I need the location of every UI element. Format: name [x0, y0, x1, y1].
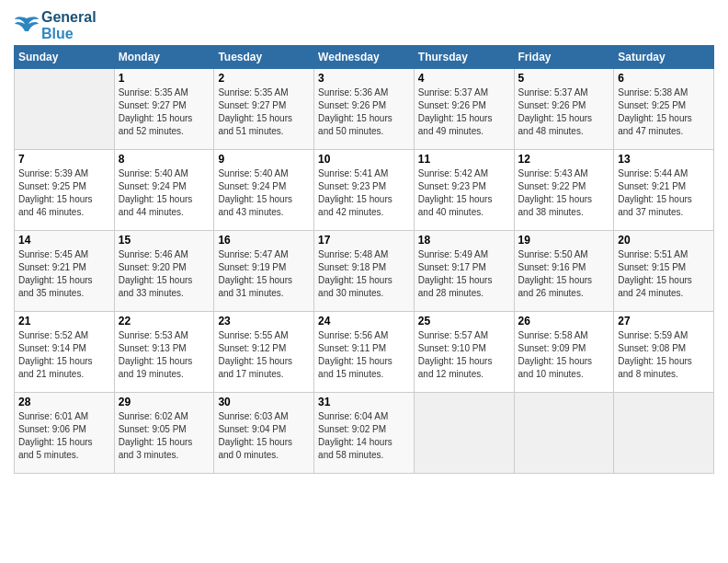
calendar-day-cell: 22Sunrise: 5:53 AM Sunset: 9:13 PM Dayli…: [114, 312, 214, 393]
day-info: Sunrise: 5:43 AM Sunset: 9:22 PM Dayligh…: [518, 167, 610, 219]
day-number: 5: [518, 72, 610, 85]
day-info: Sunrise: 5:39 AM Sunset: 9:25 PM Dayligh…: [18, 167, 110, 219]
day-info: Sunrise: 5:40 AM Sunset: 9:24 PM Dayligh…: [218, 167, 310, 219]
calendar-day-cell: 14Sunrise: 5:45 AM Sunset: 9:21 PM Dayli…: [15, 231, 115, 312]
day-info: Sunrise: 5:37 AM Sunset: 9:26 PM Dayligh…: [518, 86, 610, 138]
day-info: Sunrise: 5:42 AM Sunset: 9:23 PM Dayligh…: [418, 167, 510, 219]
calendar-day-cell: 6Sunrise: 5:38 AM Sunset: 9:25 PM Daylig…: [614, 69, 714, 150]
calendar-day-cell: 18Sunrise: 5:49 AM Sunset: 9:17 PM Dayli…: [414, 231, 514, 312]
day-info: Sunrise: 5:41 AM Sunset: 9:23 PM Dayligh…: [318, 167, 410, 219]
day-number: 4: [418, 72, 510, 85]
calendar-day-cell: 21Sunrise: 5:52 AM Sunset: 9:14 PM Dayli…: [15, 312, 115, 393]
day-info: Sunrise: 5:35 AM Sunset: 9:27 PM Dayligh…: [218, 86, 310, 138]
day-info: Sunrise: 5:40 AM Sunset: 9:24 PM Dayligh…: [119, 167, 210, 219]
calendar-day-cell: 23Sunrise: 5:55 AM Sunset: 9:12 PM Dayli…: [214, 312, 314, 393]
day-info: Sunrise: 5:57 AM Sunset: 9:10 PM Dayligh…: [418, 329, 510, 381]
day-info: Sunrise: 6:01 AM Sunset: 9:06 PM Dayligh…: [18, 410, 110, 462]
day-number: 6: [618, 72, 710, 85]
empty-cell: [614, 393, 714, 474]
day-info: Sunrise: 5:58 AM Sunset: 9:09 PM Dayligh…: [518, 329, 610, 381]
day-number: 14: [18, 234, 110, 247]
day-number: 12: [518, 153, 610, 166]
day-info: Sunrise: 5:47 AM Sunset: 9:19 PM Dayligh…: [218, 248, 310, 300]
day-info: Sunrise: 5:46 AM Sunset: 9:20 PM Dayligh…: [119, 248, 210, 300]
day-number: 29: [119, 396, 210, 408]
day-info: Sunrise: 5:51 AM Sunset: 9:15 PM Dayligh…: [618, 248, 710, 300]
day-number: 15: [119, 234, 210, 247]
calendar-day-cell: 12Sunrise: 5:43 AM Sunset: 9:22 PM Dayli…: [514, 150, 614, 231]
calendar-day-cell: 27Sunrise: 5:59 AM Sunset: 9:08 PM Dayli…: [614, 312, 714, 393]
day-number: 21: [18, 315, 110, 327]
day-info: Sunrise: 5:59 AM Sunset: 9:08 PM Dayligh…: [618, 329, 710, 381]
day-number: 22: [119, 315, 210, 327]
calendar-day-cell: 29Sunrise: 6:02 AM Sunset: 9:05 PM Dayli…: [114, 393, 214, 474]
day-number: 7: [18, 153, 110, 166]
day-number: 23: [218, 315, 310, 327]
calendar-day-cell: 24Sunrise: 5:56 AM Sunset: 9:11 PM Dayli…: [314, 312, 415, 393]
day-number: 20: [618, 234, 710, 247]
weekday-header: Friday: [514, 46, 614, 69]
day-info: Sunrise: 5:56 AM Sunset: 9:11 PM Dayligh…: [318, 329, 410, 381]
day-info: Sunrise: 6:03 AM Sunset: 9:04 PM Dayligh…: [218, 410, 310, 462]
logo-text: General Blue: [41, 9, 97, 41]
weekday-header: Tuesday: [214, 46, 314, 69]
day-info: Sunrise: 5:48 AM Sunset: 9:18 PM Dayligh…: [318, 248, 410, 300]
calendar-day-cell: 25Sunrise: 5:57 AM Sunset: 9:10 PM Dayli…: [414, 312, 514, 393]
calendar-day-cell: 4Sunrise: 5:37 AM Sunset: 9:26 PM Daylig…: [414, 69, 514, 150]
day-number: 13: [618, 153, 710, 166]
empty-cell: [15, 69, 115, 150]
day-number: 18: [418, 234, 510, 247]
day-number: 25: [418, 315, 510, 327]
weekday-header: Monday: [114, 46, 214, 69]
calendar-day-cell: 30Sunrise: 6:03 AM Sunset: 9:04 PM Dayli…: [214, 393, 314, 474]
empty-cell: [414, 393, 514, 474]
day-info: Sunrise: 5:37 AM Sunset: 9:26 PM Dayligh…: [418, 86, 510, 138]
calendar-day-cell: 1Sunrise: 5:35 AM Sunset: 9:27 PM Daylig…: [114, 69, 214, 150]
day-number: 31: [318, 396, 410, 408]
day-info: Sunrise: 5:38 AM Sunset: 9:25 PM Dayligh…: [618, 86, 710, 138]
calendar-day-cell: 26Sunrise: 5:58 AM Sunset: 9:09 PM Dayli…: [514, 312, 614, 393]
calendar-day-cell: 11Sunrise: 5:42 AM Sunset: 9:23 PM Dayli…: [414, 150, 514, 231]
day-info: Sunrise: 5:53 AM Sunset: 9:13 PM Dayligh…: [119, 329, 210, 381]
logo: General Blue: [14, 9, 97, 41]
day-number: 17: [318, 234, 410, 247]
day-number: 3: [318, 72, 410, 85]
calendar-day-cell: 7Sunrise: 5:39 AM Sunset: 9:25 PM Daylig…: [15, 150, 115, 231]
calendar-day-cell: 9Sunrise: 5:40 AM Sunset: 9:24 PM Daylig…: [214, 150, 314, 231]
calendar-day-cell: 3Sunrise: 5:36 AM Sunset: 9:26 PM Daylig…: [314, 69, 415, 150]
weekday-header: Saturday: [614, 46, 714, 69]
day-number: 10: [318, 153, 410, 166]
day-info: Sunrise: 5:49 AM Sunset: 9:17 PM Dayligh…: [418, 248, 510, 300]
day-number: 19: [518, 234, 610, 247]
calendar-day-cell: 28Sunrise: 6:01 AM Sunset: 9:06 PM Dayli…: [15, 393, 115, 474]
day-number: 24: [318, 315, 410, 327]
calendar-day-cell: 2Sunrise: 5:35 AM Sunset: 9:27 PM Daylig…: [214, 69, 314, 150]
weekday-header: Thursday: [414, 46, 514, 69]
calendar-day-cell: 13Sunrise: 5:44 AM Sunset: 9:21 PM Dayli…: [614, 150, 714, 231]
day-info: Sunrise: 5:44 AM Sunset: 9:21 PM Dayligh…: [618, 167, 710, 219]
day-number: 9: [218, 153, 310, 166]
calendar-day-cell: 19Sunrise: 5:50 AM Sunset: 9:16 PM Dayli…: [514, 231, 614, 312]
empty-cell: [514, 393, 614, 474]
day-info: Sunrise: 6:04 AM Sunset: 9:02 PM Dayligh…: [318, 410, 410, 462]
day-number: 26: [518, 315, 610, 327]
calendar-day-cell: 10Sunrise: 5:41 AM Sunset: 9:23 PM Dayli…: [314, 150, 415, 231]
calendar-day-cell: 15Sunrise: 5:46 AM Sunset: 9:20 PM Dayli…: [114, 231, 214, 312]
calendar-day-cell: 16Sunrise: 5:47 AM Sunset: 9:19 PM Dayli…: [214, 231, 314, 312]
day-number: 1: [119, 72, 210, 85]
calendar-day-cell: 31Sunrise: 6:04 AM Sunset: 9:02 PM Dayli…: [314, 393, 415, 474]
day-info: Sunrise: 5:52 AM Sunset: 9:14 PM Dayligh…: [18, 329, 110, 381]
calendar-table: SundayMondayTuesdayWednesdayThursdayFrid…: [14, 45, 714, 474]
calendar-day-cell: 8Sunrise: 5:40 AM Sunset: 9:24 PM Daylig…: [114, 150, 214, 231]
day-number: 30: [218, 396, 310, 408]
day-info: Sunrise: 5:36 AM Sunset: 9:26 PM Dayligh…: [318, 86, 410, 138]
page-header: General Blue: [14, 9, 714, 41]
logo-bird-icon: [14, 15, 40, 37]
day-info: Sunrise: 5:35 AM Sunset: 9:27 PM Dayligh…: [119, 86, 210, 138]
calendar-day-cell: 20Sunrise: 5:51 AM Sunset: 9:15 PM Dayli…: [614, 231, 714, 312]
day-number: 27: [618, 315, 710, 327]
calendar-header: SundayMondayTuesdayWednesdayThursdayFrid…: [15, 46, 714, 69]
calendar-day-cell: 17Sunrise: 5:48 AM Sunset: 9:18 PM Dayli…: [314, 231, 415, 312]
day-number: 16: [218, 234, 310, 247]
day-number: 28: [18, 396, 110, 408]
